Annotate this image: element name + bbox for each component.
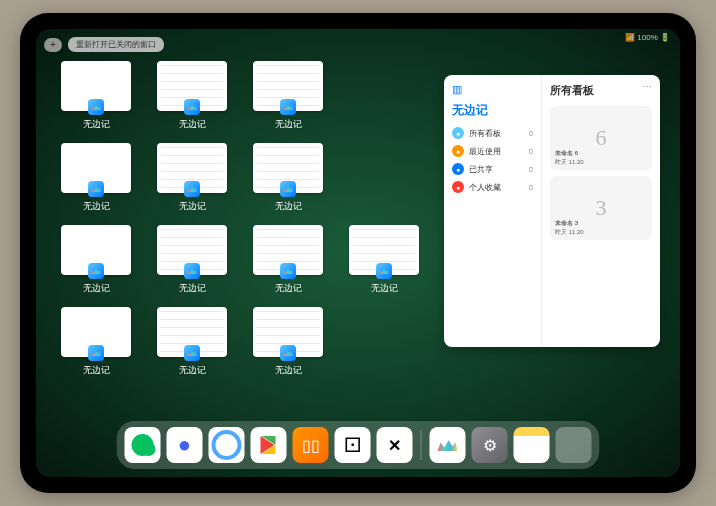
window-thumbnail [61,307,131,357]
x-icon[interactable]: ✕ [377,427,413,463]
board-card[interactable]: 6未命名 6昨天 11:20 [550,106,652,170]
board-info: 未命名 6昨天 11:20 [555,149,584,167]
screen: 📶 100% 🔋 + 重新打开已关闭的窗口 无边记无边记无边记无边记无边记无边记… [36,29,680,477]
window-thumbnail [253,143,323,193]
menu-item[interactable]: ●所有看板0 [452,127,533,139]
menu-item[interactable]: ●已共享0 [452,163,533,175]
dock: ●▯▯⚀✕⚙ [117,421,600,469]
menu-count: 0 [529,184,533,191]
ipad-frame: 📶 100% 🔋 + 重新打开已关闭的窗口 无边记无边记无边记无边记无边记无边记… [20,13,696,493]
menu-label: 已共享 [469,164,493,175]
window-label: 无边记 [275,364,302,377]
window-label: 无边记 [179,118,206,131]
menu-icon: ● [452,163,464,175]
window-thumbnail [61,143,131,193]
window-thumbnail [157,225,227,275]
freeform-app-icon [88,99,104,115]
more-options-icon[interactable]: ⋯ [642,81,652,92]
app-window[interactable]: 无边记 [252,61,324,131]
board-sketch: 6 [596,125,607,151]
sidebar-toggle-icon[interactable]: ▥ [452,83,533,96]
panel-title: 无边记 [452,102,533,119]
board-sketch: 3 [596,195,607,221]
menu-label: 所有看板 [469,128,501,139]
sidebar-left: ▥ 无边记 ●所有看板0●最近使用0●已共享0●个人收藏0 [444,75,542,347]
panel-menu: ●所有看板0●最近使用0●已共享0●个人收藏0 [452,127,533,193]
freeform-app-icon [184,263,200,279]
freeform-app-icon [280,181,296,197]
wechat-icon[interactable] [125,427,161,463]
menu-label: 最近使用 [469,146,501,157]
window-label: 无边记 [275,282,302,295]
app-window[interactable]: 无边记 [156,225,228,295]
app-window[interactable]: 无边记 [60,61,132,131]
top-buttons: + 重新打开已关闭的窗口 [44,37,164,52]
freeform-sidebar-panel[interactable]: ▥ 无边记 ●所有看板0●最近使用0●已共享0●个人收藏0 ⋯ 所有看板 6未命… [444,75,660,347]
reopen-closed-window-button[interactable]: 重新打开已关闭的窗口 [68,37,164,52]
freeform-app-icon [376,263,392,279]
window-label: 无边记 [179,282,206,295]
freeform-app-icon [280,345,296,361]
menu-icon: ● [452,127,464,139]
window-label: 无边记 [275,118,302,131]
window-label: 无边记 [83,282,110,295]
window-label: 无边记 [179,364,206,377]
play-icon[interactable] [251,427,287,463]
freeform-icon[interactable] [430,427,466,463]
window-thumbnail [61,225,131,275]
window-label: 无边记 [275,200,302,213]
app-window[interactable]: 无边记 [156,61,228,131]
window-label: 无边记 [83,364,110,377]
freeform-app-icon [88,263,104,279]
app-window[interactable]: 无边记 [252,307,324,377]
boards-list: 6未命名 6昨天 11:203未命名 3昨天 11:20 [550,106,652,240]
menu-count: 0 [529,148,533,155]
app-window[interactable]: 无边记 [252,143,324,213]
window-thumbnail [157,61,227,111]
menu-count: 0 [529,166,533,173]
books-icon[interactable]: ▯▯ [293,427,329,463]
dice-icon[interactable]: ⚀ [335,427,371,463]
browser2-icon[interactable] [209,427,245,463]
menu-label: 个人收藏 [469,182,501,193]
app-window[interactable]: 无边记 [156,307,228,377]
folder-icon[interactable] [556,427,592,463]
window-thumbnail [157,307,227,357]
battery-icon: 100% 🔋 [637,33,670,42]
menu-item[interactable]: ●个人收藏0 [452,181,533,193]
window-label: 无边记 [371,282,398,295]
window-label: 无边记 [179,200,206,213]
board-card[interactable]: 3未命名 3昨天 11:20 [550,176,652,240]
menu-count: 0 [529,130,533,137]
window-label: 无边记 [83,200,110,213]
freeform-app-icon [88,181,104,197]
app-window[interactable]: 无边记 [60,307,132,377]
freeform-app-icon [184,99,200,115]
window-thumbnail [349,225,419,275]
window-thumbnail [157,143,227,193]
notes-icon[interactable] [514,427,550,463]
browser1-icon[interactable]: ● [167,427,203,463]
menu-item[interactable]: ●最近使用0 [452,145,533,157]
sidebar-right: ⋯ 所有看板 6未命名 6昨天 11:203未命名 3昨天 11:20 [542,75,660,347]
freeform-app-icon [88,345,104,361]
app-window[interactable]: 无边记 [60,143,132,213]
settings-icon[interactable]: ⚙ [472,427,508,463]
dock-separator [421,430,422,460]
windows-grid: 无边记无边记无边记无边记无边记无边记无边记无边记无边记无边记无边记无边记无边记 [60,61,420,377]
board-info: 未命名 3昨天 11:20 [555,219,584,237]
window-thumbnail [253,225,323,275]
window-label: 无边记 [83,118,110,131]
window-thumbnail [61,61,131,111]
window-thumbnail [253,61,323,111]
app-window[interactable]: 无边记 [156,143,228,213]
app-window[interactable]: 无边记 [348,225,420,295]
app-window[interactable]: 无边记 [252,225,324,295]
window-thumbnail [253,307,323,357]
freeform-app-icon [280,263,296,279]
app-window[interactable]: 无边记 [60,225,132,295]
signal-icon: 📶 [625,33,635,42]
freeform-app-icon [280,99,296,115]
freeform-app-icon [184,181,200,197]
new-window-button[interactable]: + [44,38,62,52]
